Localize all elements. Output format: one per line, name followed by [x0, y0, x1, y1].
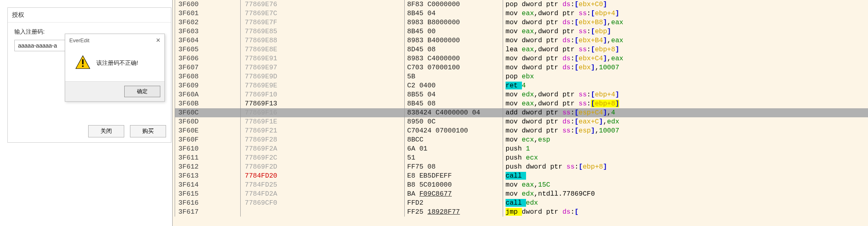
close-icon[interactable]: ×: [156, 37, 160, 44]
row-address: 77869E9E: [241, 81, 405, 90]
row-disasm: ret 4: [503, 81, 868, 90]
row-disasm: mov edx,dword ptr ss:[ebp+4]: [503, 90, 868, 99]
disasm-row[interactable]: 3F60B77869F138B45 08mov eax,dword ptr ss…: [173, 99, 868, 108]
row-address: 77869F2C: [241, 153, 405, 162]
row-address: 77869E8E: [241, 45, 405, 54]
row-disasm: lea eax,dword ptr ss:[ebp+8]: [503, 45, 868, 54]
row-address: 7784FD2A: [241, 189, 405, 199]
row-address: 77869E76: [241, 0, 405, 9]
row-index: 3F60D: [175, 117, 241, 126]
disasm-row[interactable]: 3F61177869F2C51push ecx: [173, 153, 868, 162]
row-address: 77869E97: [241, 63, 405, 72]
disasm-row[interactable]: 3F6137784FD20 E8 EB5DFEFFcall: [173, 171, 868, 180]
message-box-body: 该注册码不正确!: [65, 46, 164, 81]
row-bytes: 6A 01: [405, 144, 503, 153]
row-disasm: push ecx: [503, 153, 868, 162]
row-index: 3F616: [175, 199, 241, 208]
row-bytes: 5B: [405, 72, 503, 81]
disasm-row[interactable]: 3F60177869E7C8B45 04mov eax,dword ptr ss…: [173, 9, 868, 18]
row-disasm: mov eax,dword ptr ss:[ebp+4]: [503, 9, 868, 18]
disasm-row[interactable]: 3F60F77869F288BCCmov ecx,esp: [173, 135, 868, 144]
disasm-row[interactable]: 3F61677869CF0FFD2call edx: [173, 199, 868, 208]
row-address: 77869F1E: [241, 117, 405, 126]
row-index: 3F612: [175, 162, 241, 171]
row-address: 77869E7F: [241, 18, 405, 27]
row-bytes: 8B55 04: [405, 90, 503, 99]
row-index: 3F602: [175, 18, 241, 27]
row-address: 77869F2D: [241, 162, 405, 171]
buy-button[interactable]: 购买: [130, 125, 166, 137]
svg-rect-1: [82, 59, 83, 64]
row-address: 7784FD20: [241, 171, 405, 180]
row-index: 3F60B: [175, 99, 241, 108]
row-bytes: FF25 18928F77: [405, 208, 503, 217]
disasm-row[interactable]: 3F60377869E858B45 00mov eax,dword ptr ss…: [173, 27, 868, 36]
row-disasm: mov eax,15C: [503, 180, 868, 189]
row-index: 3F60C: [175, 108, 241, 117]
row-bytes: C703 07000100: [405, 63, 503, 72]
row-bytes: 8B45 04: [405, 9, 503, 18]
row-bytes: 8950 0C: [405, 117, 503, 126]
row-bytes: 838424 C4000000 04: [405, 108, 503, 117]
disasm-row[interactable]: 3F6157784FD2ABA F09C8677mov edx,ntdll.77…: [173, 189, 868, 199]
row-index: 3F60A: [175, 90, 241, 99]
row-index: 3F610: [175, 144, 241, 153]
row-bytes: 8F83 C0000000: [405, 0, 503, 9]
row-index: 3F60E: [175, 126, 241, 135]
row-address: 77869E88: [241, 36, 405, 45]
row-bytes: 8983 B8000000: [405, 18, 503, 27]
row-index: 3F600: [175, 0, 241, 9]
disassembly-panel[interactable]: 3F60077869E768F83 C0000000pop dword ptr …: [172, 0, 868, 226]
disasm-row[interactable]: 3F6147784FD25B8 5C010000mov eax,15C: [173, 180, 868, 189]
disasm-row[interactable]: 3F60677869E918983 C4000000mov dword ptr …: [173, 54, 868, 63]
row-address: 77869CF0: [241, 199, 405, 208]
warning-icon: [75, 55, 91, 71]
message-box-title: EverEdit: [69, 37, 89, 43]
row-disasm: jmp dword ptr ds:[: [503, 208, 868, 217]
row-index: 3F605: [175, 45, 241, 54]
close-button[interactable]: 关闭: [88, 125, 124, 137]
row-disasm: mov dword ptr ds:[ebx+B4],eax: [503, 36, 868, 45]
row-bytes: 8B45 00: [405, 27, 503, 36]
disasm-row[interactable]: 3F60477869E888983 B4000000mov dword ptr …: [173, 36, 868, 45]
row-bytes: B8 5C010000: [405, 180, 503, 189]
row-disasm: mov dword ptr ds:[ebx+B8],eax: [503, 18, 868, 27]
disasm-row[interactable]: 3F60D77869F1E8950 0Cmov dword ptr ds:[ea…: [173, 117, 868, 126]
disasm-row[interactable]: 3F61277869F2DFF75 08push dword ptr ss:[e…: [173, 162, 868, 171]
disasm-row[interactable]: 3F61077869F2A6A 01push 1: [173, 144, 868, 153]
message-box-titlebar: EverEdit ×: [65, 34, 164, 46]
disasm-row[interactable]: 3F617FF25 18928F77jmp dword ptr ds:[: [173, 208, 868, 217]
row-disasm: mov eax,dword ptr ss:[ebp]: [503, 27, 868, 36]
row-bytes: FFD2: [405, 199, 503, 208]
row-disasm: mov ecx,esp: [503, 135, 868, 144]
disasm-row[interactable]: 3F60777869E97C703 07000100mov dword ptr …: [173, 63, 868, 72]
disasm-row[interactable]: 3F60C77869F16838424 C4000000 04add dword…: [173, 108, 868, 117]
row-address: 77869F28: [241, 135, 405, 144]
row-bytes: 8D45 08: [405, 45, 503, 54]
row-bytes: FF75 08: [405, 162, 503, 171]
row-bytes: E8 EB5DFEFF: [405, 171, 503, 180]
row-address: 77869F21: [241, 126, 405, 135]
disasm-row[interactable]: 3F60577869E8E8D45 08lea eax,dword ptr ss…: [173, 45, 868, 54]
disasm-row[interactable]: 3F60877869E9D5Bpop ebx: [173, 72, 868, 81]
row-index: 3F613: [175, 171, 241, 180]
row-disasm: pop dword ptr ds:[ebx+C0]: [503, 0, 868, 9]
row-address: [241, 208, 405, 217]
row-disasm: mov dword ptr ds:[ebx],10007: [503, 63, 868, 72]
disasm-row[interactable]: 3F60977869E9EC2 0400ret 4: [173, 81, 868, 90]
row-index: 3F611: [175, 153, 241, 162]
row-index: 3F609: [175, 81, 241, 90]
row-index: 3F603: [175, 27, 241, 36]
svg-rect-2: [82, 66, 83, 67]
row-disasm: call edx: [503, 199, 868, 208]
row-address: 77869F10: [241, 90, 405, 99]
disasm-row[interactable]: 3F60077869E768F83 C0000000pop dword ptr …: [173, 0, 868, 9]
ok-button[interactable]: 确定: [124, 86, 160, 97]
disasm-row[interactable]: 3F60277869E7F8983 B8000000mov dword ptr …: [173, 18, 868, 27]
disasm-row[interactable]: 3F60A77869F108B55 04mov edx,dword ptr ss…: [173, 90, 868, 99]
row-disasm: mov dword ptr ds:[ebx+C4],eax: [503, 54, 868, 63]
disasm-row[interactable]: 3F60E77869F21C70424 07000100mov dword pt…: [173, 126, 868, 135]
row-disasm: mov dword ptr ds:[eax+C],edx: [503, 117, 868, 126]
row-address: 7784FD25: [241, 180, 405, 189]
row-address: 77869E9D: [241, 72, 405, 81]
